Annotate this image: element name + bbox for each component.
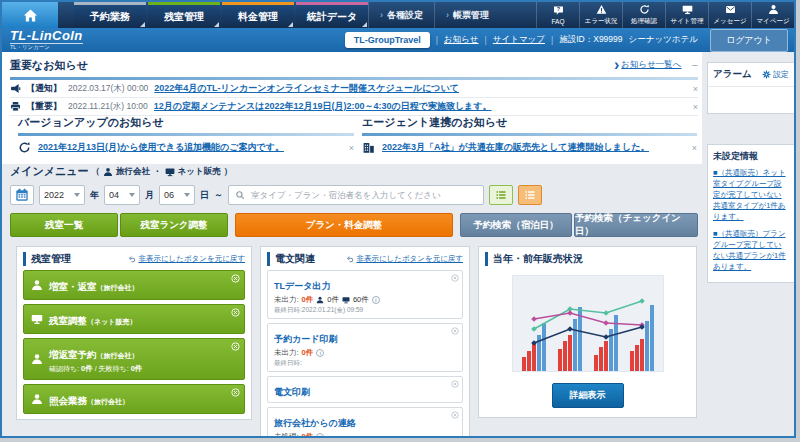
room-menu-item[interactable]: 増室・返室（旅行会社） [23, 270, 245, 300]
settings-link[interactable]: 設定 [773, 69, 789, 80]
close-icon[interactable]: × [685, 102, 698, 112]
home-button[interactable] [2, 2, 58, 28]
utility-メッセージ[interactable]: メッセージ [708, 2, 751, 28]
room-menu-detail: 確認待ち: 0件 / 失敗待ち: 0件 [49, 364, 142, 374]
app-window: 予約業務残室管理料金管理統計データ ›各種設定›帳票管理 ?FAQエラー状況処理… [0, 0, 796, 438]
site-admin-icon [682, 4, 693, 15]
logout-button[interactable]: ログアウト [710, 29, 788, 52]
nav-link-2[interactable]: ›帳票管理 [434, 2, 500, 28]
close-circle-icon[interactable] [451, 327, 459, 335]
green-view-toggle[interactable] [489, 185, 513, 205]
menu-button[interactable]: 予約検索（チェックイン日） [574, 213, 698, 237]
news-link[interactable]: 2022年4月のTL-リンカーンオンラインセミナー開催スケジュールについて [154, 82, 459, 95]
day-select[interactable]: 06 [159, 185, 195, 205]
close-circle-icon[interactable] [231, 274, 240, 283]
version-news-link[interactable]: 2021年12月13日(月)から使用できる追加機能のご案内です。 [38, 141, 284, 154]
info-icon[interactable] [316, 349, 324, 357]
nav-tab-3[interactable]: 料金管理 [222, 2, 294, 28]
room-menu-item[interactable]: 残室調整（ネット販売） [23, 304, 245, 334]
detail-view-button[interactable]: 詳細表示 [552, 383, 624, 408]
close-circle-icon[interactable] [231, 342, 240, 351]
chevron-down-icon [184, 193, 190, 197]
close-icon[interactable]: × [685, 84, 698, 94]
menu-button[interactable]: 残室一覧 [10, 213, 118, 237]
room-menu-item[interactable]: 照会業務（旅行会社） [23, 384, 245, 414]
orange-view-toggle[interactable] [518, 185, 542, 205]
nav-tab-2[interactable]: 残室管理 [148, 2, 220, 28]
menu-button[interactable]: プラン・料金調整 [235, 213, 453, 237]
count-value: 0件 [302, 432, 314, 438]
calendar-button[interactable] [10, 185, 34, 205]
alarm-title: アラーム [713, 68, 752, 81]
collapse-button[interactable]: − [692, 59, 698, 71]
utility-エラー状況[interactable]: エラー状況 [579, 2, 622, 28]
close-circle-icon[interactable] [451, 411, 459, 419]
message-card-link[interactable]: 旅行会社からの連絡 [274, 418, 356, 428]
news-link[interactable]: 12月の定期メンテナンスは2022年12月19日(月)2:00～4:30の日程で… [154, 100, 492, 113]
agent-news-link[interactable]: 2022年3月「A社」が共通在庫の販売先として連携開始しました。 [382, 141, 649, 154]
logo-subtext: TL・リンカーン [10, 45, 83, 51]
undo-icon [346, 255, 354, 263]
month-select[interactable]: 04 [104, 185, 140, 205]
nav-tab-1[interactable]: 予約業務 [74, 2, 146, 28]
version-news-item: 2021年12月13日(月)から使用できる追加機能のご案内です。 × [18, 136, 354, 158]
notice-link[interactable]: お知らせ [444, 34, 479, 46]
restore-hidden-buttons-link[interactable]: 非表示にしたボタンを元に戻す [356, 254, 463, 264]
panel-title: 残室管理 [23, 252, 71, 266]
search-input[interactable] [249, 189, 477, 201]
date-search-form: 2022 年 04 月 06 日 ～ [10, 185, 698, 205]
error-status-icon [596, 4, 607, 15]
utility-faq[interactable]: ?FAQ [536, 2, 579, 28]
unset-info-link[interactable]: ■（共通販売）ネット室タイプグループ設定が完了していない共通室タイプが1件ありま… [713, 168, 789, 222]
close-circle-icon[interactable] [451, 380, 459, 388]
search-box [228, 185, 484, 205]
main-menu-subtitle: （ 旅行会社 ・ ネット販売 ） [92, 166, 233, 178]
travel-agency-icon [316, 296, 324, 304]
info-icon[interactable] [372, 296, 380, 304]
restore-hidden-buttons-link[interactable]: 非表示にしたボタンを元に戻す [138, 254, 245, 264]
close-circle-icon[interactable] [231, 388, 240, 397]
nav-link-label: 帳票管理 [453, 9, 489, 22]
room-menu-text: 照会業務（旅行会社） [49, 390, 129, 408]
net-sales-icon [165, 167, 175, 177]
menu-button[interactable]: 予約検索（宿泊日） [460, 213, 572, 237]
search-icon [235, 190, 245, 200]
room-menu-sub: （旅行会社） [87, 398, 129, 405]
utility-サイト管理[interactable]: サイト管理 [665, 2, 708, 28]
message-card-link[interactable]: 予約カード印刷 [274, 334, 337, 344]
divider: | [485, 35, 487, 45]
utility-処理確認[interactable]: 処理確認 [622, 2, 665, 28]
nav-tab-4[interactable]: 統計データ [296, 2, 368, 28]
unset-info-link[interactable]: ■（共通販売）プラングループ完了していない共通プランが1件あります。 [713, 229, 789, 273]
agent-news-item: 2022年3月「A社」が共通在庫の販売先として連携開始しました。 × [362, 136, 697, 158]
important-news-row: 【重要】2022.11.21(水) 10:0012月の定期メンテナンスは2022… [10, 98, 698, 116]
message-card-link[interactable]: 電文印刷 [274, 387, 310, 397]
menu-button[interactable]: 残室ランク調整 [120, 213, 228, 237]
room-menu-label: 照会業務 [49, 395, 87, 406]
sitemap-link[interactable]: サイトマップ [493, 34, 545, 46]
close-icon[interactable]: × [684, 143, 697, 153]
room-menu-item[interactable]: 増返室予約（旅行会社）確認待ち: 0件 / 失敗待ち: 0件 [23, 338, 245, 380]
count-label: 未処理: [274, 432, 299, 438]
close-circle-icon[interactable] [231, 308, 240, 317]
top-navigation: 予約業務残室管理料金管理統計データ ›各種設定›帳票管理 ?FAQエラー状況処理… [2, 2, 794, 28]
important-news-section: 重要なお知らせ › お知らせ一覧へ − 【通知】2022.03.17(木) 00… [10, 56, 698, 116]
news-tag: 【重要】 [26, 100, 62, 113]
alarm-settings[interactable]: 設定 [762, 69, 789, 80]
news-list-link[interactable]: お知らせ一覧へ [621, 59, 681, 71]
message-card-link[interactable]: TLデータ出力 [274, 281, 330, 291]
info-icon[interactable] [316, 433, 324, 438]
month-unit-label: 月 [145, 189, 154, 202]
close-icon[interactable]: × [341, 143, 354, 153]
close-circle-icon[interactable] [451, 274, 459, 282]
nav-link-1[interactable]: ›各種設定 [368, 2, 434, 28]
group-travel-button[interactable]: TL-GroupTravel [345, 32, 430, 48]
alarm-panel: アラーム 設定 [707, 62, 795, 114]
chevron-down-icon [129, 193, 135, 197]
message-card: 旅行会社からの連絡未処理: 0件 [267, 407, 463, 438]
room-stock-panel: 残室管理 非表示にしたボタンを元に戻す 増室・返室（旅行会社）残室調整（ネット販… [16, 246, 252, 420]
utility-マイページ[interactable]: マイページ [751, 2, 794, 28]
year-select[interactable]: 2022 [39, 185, 85, 205]
important-news-list: 【通知】2022.03.17(木) 00:002022年4月のTL-リンカーンオ… [10, 80, 698, 116]
room-menu-label: 増返室予約 [49, 349, 97, 360]
